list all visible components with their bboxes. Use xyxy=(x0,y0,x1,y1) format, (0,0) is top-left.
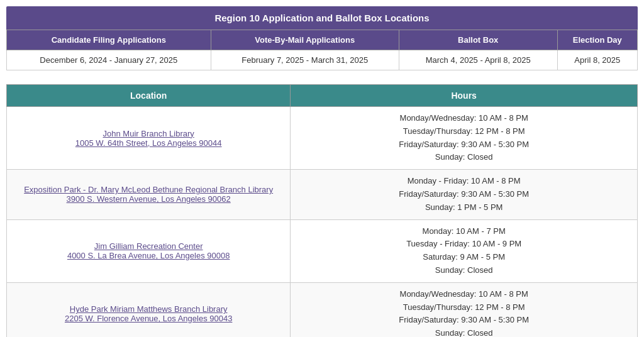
hours-line: Monday/Wednesday: 10 AM - 8 PM xyxy=(400,113,528,123)
hours-cell: Monday/Wednesday: 10 AM - 8 PMTuesday/Th… xyxy=(291,282,638,337)
dates-header-col2: Vote-By-Mail Applications xyxy=(211,30,399,50)
hours-line: Monday: 10 AM - 7 PM xyxy=(423,226,506,236)
dates-header-col4: Election Day xyxy=(557,30,637,50)
dates-header-col3: Ballot Box xyxy=(399,30,557,50)
hours-line: Friday/Saturday: 9:30 AM - 5:30 PM xyxy=(399,140,529,149)
hours-line: Monday - Friday: 10 AM - 8 PM xyxy=(408,176,521,185)
hours-line: Sunday: 1 PM - 5 PM xyxy=(425,202,503,212)
location-cell: John Muir Branch Library1005 W. 64th Str… xyxy=(7,107,291,170)
hours-cell: Monday/Wednesday: 10 AM - 8 PMTuesday/Th… xyxy=(291,107,638,170)
location-address-link[interactable]: 4000 S. La Brea Avenue, Los Angeles 9000… xyxy=(13,251,284,260)
location-address-link[interactable]: 3900 S. Western Avenue, Los Angeles 9006… xyxy=(13,194,284,204)
table-row: Hyde Park Miriam Matthews Branch Library… xyxy=(7,282,638,337)
dates-table: Candidate Filing Applications Vote-By-Ma… xyxy=(6,30,638,70)
page-title: Region 10 Application and Ballot Box Loc… xyxy=(6,6,638,30)
hours-line: Sunday: Closed xyxy=(435,328,493,337)
table-row: Exposition Park - Dr. Mary McLeod Bethun… xyxy=(7,170,638,219)
locations-table: Location Hours John Muir Branch Library1… xyxy=(6,84,638,337)
hours-line: Monday/Wednesday: 10 AM - 8 PM xyxy=(400,289,528,299)
location-name-link[interactable]: Hyde Park Miriam Matthews Branch Library xyxy=(13,304,284,314)
dates-value-col4: April 8, 2025 xyxy=(557,50,637,70)
hours-cell: Monday: 10 AM - 7 PMTuesday - Friday: 10… xyxy=(291,219,638,282)
locations-header-hours: Hours xyxy=(291,85,638,107)
table-row: John Muir Branch Library1005 W. 64th Str… xyxy=(7,107,638,170)
hours-line: Tuesday/Thursday: 12 PM - 8 PM xyxy=(403,126,525,136)
hours-line: Tuesday/Thursday: 12 PM - 8 PM xyxy=(403,302,525,312)
hours-line: Sunday: Closed xyxy=(435,265,493,275)
hours-line: Sunday: Closed xyxy=(435,152,493,162)
dates-value-col3: March 4, 2025 - April 8, 2025 xyxy=(399,50,557,70)
location-cell: Exposition Park - Dr. Mary McLeod Bethun… xyxy=(7,170,291,219)
location-name-link[interactable]: Exposition Park - Dr. Mary McLeod Bethun… xyxy=(13,185,284,194)
location-address-link[interactable]: 1005 W. 64th Street, Los Angeles 90044 xyxy=(13,138,284,148)
hours-line: Tuesday - Friday: 10 AM - 9 PM xyxy=(406,239,521,248)
hours-line: Friday/Saturday: 9:30 AM - 5:30 PM xyxy=(399,315,529,324)
hours-cell: Monday - Friday: 10 AM - 8 PMFriday/Satu… xyxy=(291,170,638,219)
location-cell: Hyde Park Miriam Matthews Branch Library… xyxy=(7,282,291,337)
dates-value-col2: February 7, 2025 - March 31, 2025 xyxy=(211,50,399,70)
hours-line: Saturday: 9 AM - 5 PM xyxy=(423,252,505,262)
location-name-link[interactable]: John Muir Branch Library xyxy=(13,129,284,138)
location-cell: Jim Gilliam Recreation Center4000 S. La … xyxy=(7,219,291,282)
location-address-link[interactable]: 2205 W. Florence Avenue, Los Angeles 900… xyxy=(13,314,284,323)
dates-value-col1: December 6, 2024 - January 27, 2025 xyxy=(7,50,211,70)
hours-line: Friday/Saturday: 9:30 AM - 5:30 PM xyxy=(399,189,529,199)
locations-header-location: Location xyxy=(7,85,291,107)
main-container: Region 10 Application and Ballot Box Loc… xyxy=(0,0,644,337)
dates-header-col1: Candidate Filing Applications xyxy=(7,30,211,50)
location-name-link[interactable]: Jim Gilliam Recreation Center xyxy=(13,241,284,251)
table-row: Jim Gilliam Recreation Center4000 S. La … xyxy=(7,219,638,282)
